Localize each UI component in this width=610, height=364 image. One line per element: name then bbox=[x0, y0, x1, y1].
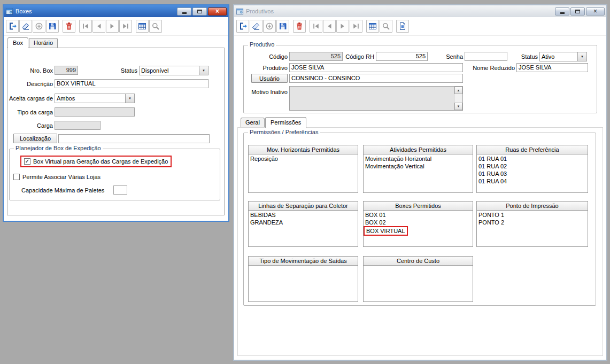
box-virtual-checkbox[interactable] bbox=[24, 158, 30, 165]
tab-geral[interactable]: Geral bbox=[241, 118, 265, 127]
panel-header-centro-custo[interactable]: Centro de Custo bbox=[363, 256, 473, 266]
varias-lojas-checkbox[interactable] bbox=[13, 174, 20, 180]
maximize-button[interactable] bbox=[192, 7, 207, 16]
next-record-button[interactable] bbox=[106, 20, 119, 33]
list-item[interactable]: BOX 01 bbox=[365, 211, 471, 219]
next-record-button[interactable] bbox=[336, 20, 349, 33]
list-item[interactable]: Reposição bbox=[250, 155, 356, 162]
panel-atividades: Atividades Permitidas Movimentação Horiz… bbox=[363, 145, 473, 193]
window-icon bbox=[5, 7, 13, 16]
list-item[interactable]: PONTO 2 bbox=[478, 219, 586, 226]
panel-header-tipo-movimentacao[interactable]: Tipo de Movimentação de Saídas bbox=[248, 256, 358, 266]
capacidade-field[interactable] bbox=[113, 185, 127, 195]
nome-reduzido-field[interactable]: JOSE SILVA bbox=[516, 63, 588, 72]
atividades-list[interactable]: Movimentação Horizontal Movimentação Ver… bbox=[363, 154, 473, 193]
list-item[interactable]: 01 RUA 04 bbox=[478, 177, 586, 185]
exit-button[interactable] bbox=[6, 20, 19, 33]
list-item[interactable]: 01 RUA 01 bbox=[478, 155, 586, 162]
list-item[interactable]: Movimentação Horizontal bbox=[365, 155, 471, 162]
panel-header-ruas[interactable]: Ruas de Preferência bbox=[476, 145, 588, 154]
add-button[interactable] bbox=[263, 20, 276, 33]
list-item[interactable]: BEBIDAS bbox=[250, 211, 356, 219]
status-dropdown[interactable]: Ativo ▼ bbox=[539, 52, 587, 61]
centro-custo-list[interactable] bbox=[363, 266, 473, 302]
eraser-icon bbox=[21, 22, 30, 30]
boxes-titlebar[interactable]: Boxes × bbox=[4, 5, 228, 17]
list-item[interactable]: BOX 02 bbox=[365, 219, 471, 226]
box-virtual-highlight[interactable]: BOX VIRTUAL bbox=[364, 226, 408, 236]
usuario-button[interactable]: Usuário bbox=[251, 74, 288, 83]
save-button[interactable] bbox=[276, 20, 289, 33]
tab-horario[interactable]: Horário bbox=[29, 38, 58, 48]
search-button[interactable] bbox=[380, 20, 392, 33]
previous-record-button[interactable] bbox=[92, 20, 105, 33]
permissoes-groupbox: Permissões / Preferências Mov. Horizonta… bbox=[243, 133, 596, 306]
aceita-cargas-dropdown[interactable]: Ambos ▼ bbox=[55, 94, 135, 103]
list-item[interactable]: PONTO 1 bbox=[478, 211, 586, 219]
panel-header-atividades[interactable]: Atividades Permitidas bbox=[363, 145, 473, 154]
save-button[interactable] bbox=[46, 20, 59, 33]
close-button[interactable]: × bbox=[586, 7, 605, 16]
chevron-down-icon[interactable]: ▼ bbox=[125, 94, 134, 103]
search-button[interactable] bbox=[149, 20, 162, 33]
status-dropdown[interactable]: Disponível ▼ bbox=[139, 66, 209, 75]
boxes-window: Boxes × Box Horário Nro. Box 999 Status … bbox=[3, 4, 229, 222]
last-icon bbox=[352, 22, 360, 30]
nome-reduzido-label: Nome Reduzido bbox=[468, 65, 515, 71]
clear-button[interactable] bbox=[19, 20, 32, 33]
list-item[interactable]: 01 RUA 03 bbox=[478, 170, 586, 177]
last-record-button[interactable] bbox=[350, 20, 362, 33]
list-item-highlighted[interactable]: BOX VIRTUAL bbox=[365, 226, 471, 236]
produtivo-label: Produtivo bbox=[246, 65, 288, 71]
box-virtual-checkbox-label[interactable]: Box Virtual para Geração das Cargas de E… bbox=[33, 158, 168, 165]
exit-button[interactable] bbox=[236, 20, 249, 33]
panel-header-ponto-impressao[interactable]: Ponto de Impressão bbox=[476, 201, 588, 211]
linhas-separacao-list[interactable]: BEBIDAS GRANDEZA bbox=[248, 211, 358, 247]
panel-header-boxes-permitidos[interactable]: Boxes Permitidos bbox=[363, 201, 473, 211]
scroll-down-button[interactable]: ▼ bbox=[454, 103, 462, 110]
add-button[interactable] bbox=[33, 20, 45, 33]
senha-field[interactable] bbox=[465, 52, 507, 61]
localizacao-button[interactable]: Localização bbox=[13, 134, 57, 143]
codigo-field: 525 bbox=[289, 52, 343, 61]
chevron-down-icon[interactable]: ▼ bbox=[199, 66, 208, 75]
descricao-field[interactable]: BOX VIRTUAL bbox=[55, 79, 209, 88]
first-record-button[interactable] bbox=[79, 20, 92, 33]
produtivo-field[interactable]: JOSE SILVA bbox=[289, 63, 463, 72]
grid-button[interactable] bbox=[136, 20, 149, 33]
list-item[interactable]: 01 RUA 02 bbox=[478, 162, 586, 170]
produtivos-titlebar[interactable]: Produtivos × bbox=[234, 5, 606, 17]
minimize-button[interactable] bbox=[555, 7, 569, 16]
motivo-inativo-label: Motivo Inativo bbox=[246, 89, 288, 95]
last-record-button[interactable] bbox=[119, 20, 132, 33]
first-record-button[interactable] bbox=[310, 20, 322, 33]
localizacao-field[interactable] bbox=[58, 134, 210, 143]
maximize-button[interactable] bbox=[570, 7, 585, 16]
clear-button[interactable] bbox=[250, 20, 262, 33]
memo-scrollbar[interactable]: ▲ ▼ bbox=[454, 87, 462, 110]
tipo-movimentacao-list[interactable] bbox=[248, 266, 358, 302]
boxes-permitidos-list[interactable]: BOX 01 BOX 02 BOX VIRTUAL bbox=[363, 211, 473, 247]
ruas-list[interactable]: 01 RUA 01 01 RUA 02 01 RUA 03 01 RUA 04 bbox=[476, 154, 588, 193]
minimize-button[interactable] bbox=[177, 7, 191, 16]
varias-lojas-checkbox-label[interactable]: Permite Associar Várias Lojas bbox=[22, 174, 101, 180]
panel-header-linhas-separacao[interactable]: Linhas de Separação para Coletor bbox=[248, 201, 358, 211]
grid-button[interactable] bbox=[366, 20, 379, 33]
report-button[interactable] bbox=[396, 20, 409, 33]
codigo-rh-field[interactable]: 525 bbox=[376, 52, 428, 61]
list-item[interactable]: GRANDEZA bbox=[250, 219, 356, 226]
chevron-down-icon[interactable]: ▼ bbox=[577, 52, 586, 61]
close-button[interactable]: × bbox=[208, 7, 227, 16]
scroll-up-button[interactable]: ▲ bbox=[454, 87, 462, 94]
panel-header-mov-horizontais[interactable]: Mov. Horizontais Permitidas bbox=[248, 145, 358, 154]
mov-horizontais-list[interactable]: Reposição bbox=[248, 154, 358, 193]
list-item[interactable]: Movimentação Vertical bbox=[365, 162, 471, 170]
delete-button[interactable] bbox=[63, 20, 75, 33]
tab-permissoes[interactable]: Permissões bbox=[265, 117, 306, 128]
ponto-impressao-list[interactable]: PONTO 1 PONTO 2 bbox=[476, 211, 588, 247]
tab-box[interactable]: Box bbox=[7, 37, 28, 48]
delete-button[interactable] bbox=[293, 20, 306, 33]
usuario-field[interactable]: CONSINCO - CONSINCO bbox=[289, 74, 463, 83]
codigo-label: Código bbox=[246, 53, 288, 60]
previous-record-button[interactable] bbox=[323, 20, 336, 33]
